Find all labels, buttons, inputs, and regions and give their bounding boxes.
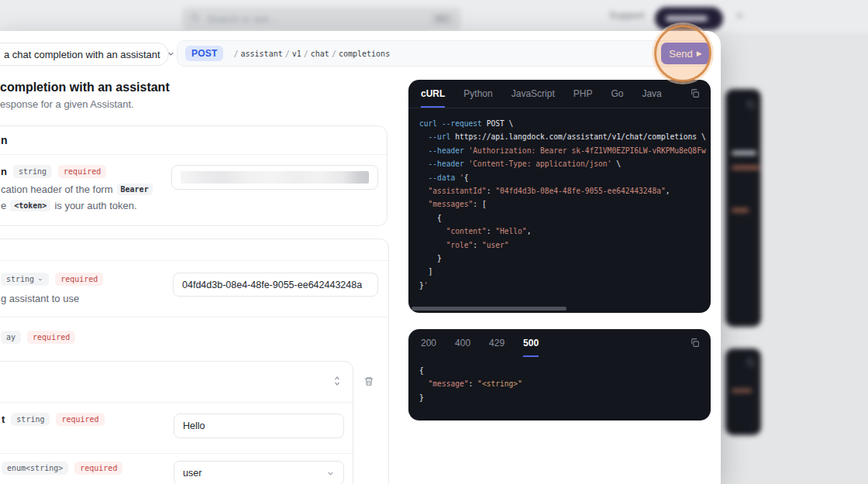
bearer-code: Bearer: [117, 184, 153, 195]
assistant-id-description: g assistant to use: [1, 293, 79, 304]
copy-icon: [690, 88, 700, 98]
support-link[interactable]: Support: [609, 9, 645, 21]
operation-select[interactable]: a chat completion with an assistant: [0, 43, 169, 66]
background-topbar: Search or ask... ⌘K Support ✕: [0, 0, 868, 33]
send-button-label: Send: [669, 48, 692, 60]
path-segment: chat: [311, 50, 329, 58]
tab-curl[interactable]: cURL: [421, 80, 445, 108]
content-type-badge: string: [11, 413, 50, 426]
authorization-desc-line2: e: [1, 200, 6, 211]
required-badge: required: [56, 413, 104, 426]
close-icon[interactable]: ✕: [735, 10, 744, 22]
search-placeholder: Search or ask...: [207, 13, 277, 25]
code-line: --url https://api.langdock.com/assistant…: [419, 130, 700, 143]
response-code-panel: 200400429500 { "message": "<string>"}: [408, 329, 711, 420]
endpoint-path: /assistant/v1/chat/completions: [231, 50, 390, 58]
required-badge: required: [58, 165, 106, 178]
tab-python[interactable]: Python: [463, 80, 492, 108]
redacted-token-value: [181, 171, 369, 184]
code-line: }': [419, 279, 700, 292]
request-language-tabs: cURLPythonJavaScriptPHPGoJava: [408, 80, 711, 108]
content-input[interactable]: Hello: [174, 414, 344, 438]
platform-button-label-blur: [666, 15, 708, 22]
copy-icon: [690, 338, 700, 348]
platform-button[interactable]: [655, 7, 723, 30]
code-line: --header 'Authorization: Bearer sk-4fZ1V…: [419, 144, 700, 157]
code-line: "messages": [: [419, 197, 700, 211]
authorization-card-header: n: [1, 134, 8, 146]
tab-400[interactable]: 400: [455, 329, 470, 357]
tab-go[interactable]: Go: [611, 80, 623, 108]
authorization-desc-line1: cation header of the form: [1, 184, 113, 195]
role-select[interactable]: user: [174, 461, 344, 484]
role-selected-value: user: [183, 468, 202, 479]
background-code-panel-top: [725, 89, 761, 327]
required-badge: required: [27, 331, 75, 344]
page-subtitle: esponse for a given Assistant.: [0, 98, 134, 110]
tab-429[interactable]: 429: [489, 329, 505, 357]
code-line: "content": "Hello",: [419, 225, 700, 238]
authorization-card: n n string required cation header of the…: [0, 125, 388, 226]
body-card: string required g assistant to use 04fd4…: [0, 239, 389, 484]
path-segment: assistant: [241, 50, 283, 58]
screenshot-stage: Search or ask... ⌘K Support ✕ a chat com…: [0, 0, 868, 484]
authorization-input[interactable]: [171, 165, 378, 190]
code-line: {: [419, 211, 700, 225]
reorder-icon[interactable]: [331, 374, 343, 388]
tab-javascript[interactable]: JavaScript: [512, 80, 555, 108]
chevron-down-icon: [37, 276, 43, 283]
path-segment: completions: [339, 50, 390, 58]
tab-500[interactable]: 500: [523, 329, 539, 357]
search-shortcut-badge: ⌘K: [431, 13, 453, 25]
path-slash: /: [231, 50, 240, 58]
authorization-desc-line2-suffix: is your auth token.: [54, 200, 136, 211]
tab-200[interactable]: 200: [421, 329, 436, 357]
code-line: }: [419, 391, 700, 404]
authorization-field-label: n: [1, 166, 7, 177]
code-line: "message": "<string>": [419, 377, 700, 390]
page-title: completion with an assistant: [0, 81, 170, 94]
copy-icon: [746, 358, 755, 367]
horizontal-scrollbar[interactable]: [412, 307, 567, 311]
code-line: }: [419, 252, 700, 265]
code-line: --header 'Content-Type: application/json…: [419, 157, 700, 170]
message-item-card: t string required Hello enum<string> req…: [0, 361, 353, 484]
type-badge: string: [13, 165, 52, 178]
chevron-down-icon: [167, 47, 175, 61]
operation-select-label: a chat completion with an assistant: [4, 49, 160, 60]
send-button[interactable]: Send ▶: [661, 43, 710, 64]
code-line: --data '{: [419, 171, 700, 184]
required-badge: required: [74, 462, 122, 475]
method-badge: POST: [185, 46, 223, 61]
copy-response-button[interactable]: [690, 338, 700, 350]
request-code-panel: cURLPythonJavaScriptPHPGoJava curl --req…: [408, 80, 711, 313]
global-search-input[interactable]: Search or ask... ⌘K: [182, 7, 461, 30]
messages-type-badge: ay: [1, 331, 21, 344]
api-playground-modal: a chat completion with an assistant POST…: [0, 31, 721, 484]
request-code: curl --request POST \ --url https://api.…: [408, 108, 711, 292]
code-line: curl --request POST \: [419, 117, 700, 130]
code-line: "assistantId": "04fd4d3b-08e4-48fe-9055-…: [419, 184, 700, 197]
code-line: {: [419, 364, 700, 377]
endpoint-bar: POST /assistant/v1/chat/completions Send…: [177, 40, 713, 67]
path-segment: v1: [292, 50, 301, 58]
code-line: "role": "user": [419, 239, 700, 252]
play-icon: ▶: [697, 50, 702, 57]
tab-php[interactable]: PHP: [574, 80, 593, 108]
background-code-panel-bottom: [725, 348, 761, 435]
chevron-down-icon: [326, 469, 335, 478]
content-field-label: t: [2, 414, 5, 425]
assistant-id-input[interactable]: 04fd4d3b-08e4-48fe-9055-ee642443248a: [173, 273, 378, 297]
path-slash: /: [301, 50, 311, 58]
copy-icon: [746, 100, 755, 109]
assistant-id-type-badge: string: [1, 273, 49, 286]
copy-request-button[interactable]: [690, 88, 700, 101]
content-value: Hello: [183, 420, 205, 431]
delete-message-button[interactable]: [361, 373, 377, 389]
tab-java[interactable]: Java: [642, 80, 661, 108]
code-line: ]: [419, 265, 700, 278]
required-badge: required: [55, 273, 103, 286]
token-code: <token>: [10, 200, 50, 211]
response-status-tabs: 200400429500: [408, 329, 711, 357]
assistant-id-value: 04fd4d3b-08e4-48fe-9055-ee642443248a: [182, 280, 362, 290]
